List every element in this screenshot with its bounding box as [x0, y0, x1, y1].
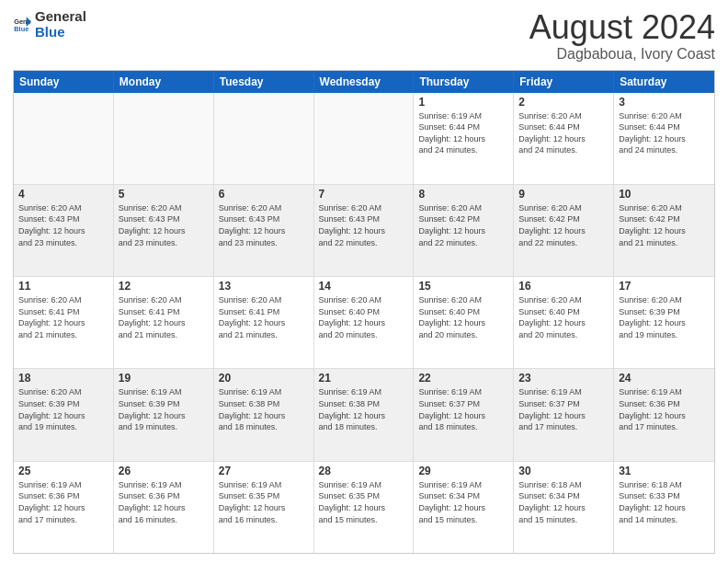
day-info: Sunrise: 6:20 AM Sunset: 6:44 PM Dayligh… [619, 110, 710, 156]
day-info: Sunrise: 6:19 AM Sunset: 6:37 PM Dayligh… [518, 386, 609, 432]
day-info: Sunrise: 6:20 AM Sunset: 6:42 PM Dayligh… [518, 202, 609, 248]
calendar-cell: 12Sunrise: 6:20 AM Sunset: 6:41 PM Dayli… [114, 277, 214, 368]
day-info: Sunrise: 6:20 AM Sunset: 6:42 PM Dayligh… [619, 202, 710, 248]
calendar-header-cell: Monday [114, 71, 214, 93]
day-number: 21 [319, 372, 409, 385]
calendar-header-cell: Thursday [414, 71, 514, 93]
day-info: Sunrise: 6:19 AM Sunset: 6:36 PM Dayligh… [18, 479, 108, 525]
day-number: 16 [518, 280, 609, 293]
main-title: August 2024 [529, 9, 715, 46]
calendar-cell: 30Sunrise: 6:18 AM Sunset: 6:34 PM Dayli… [514, 462, 614, 553]
day-number: 28 [319, 465, 409, 477]
day-info: Sunrise: 6:19 AM Sunset: 6:36 PM Dayligh… [619, 386, 710, 432]
day-info: Sunrise: 6:19 AM Sunset: 6:35 PM Dayligh… [319, 479, 409, 525]
day-number: 8 [418, 188, 508, 201]
day-number: 15 [418, 280, 508, 293]
header: General Blue General Blue August 2024 Da… [13, 9, 715, 63]
day-info: Sunrise: 6:19 AM Sunset: 6:35 PM Dayligh… [219, 479, 309, 525]
calendar-cell [14, 93, 114, 184]
day-number: 9 [518, 188, 609, 201]
calendar-cell: 24Sunrise: 6:19 AM Sunset: 6:36 PM Dayli… [614, 369, 714, 460]
day-info: Sunrise: 6:20 AM Sunset: 6:44 PM Dayligh… [518, 110, 609, 156]
day-info: Sunrise: 6:19 AM Sunset: 6:37 PM Dayligh… [418, 386, 508, 432]
day-info: Sunrise: 6:19 AM Sunset: 6:34 PM Dayligh… [418, 479, 508, 525]
day-info: Sunrise: 6:19 AM Sunset: 6:38 PM Dayligh… [219, 386, 309, 432]
day-info: Sunrise: 6:20 AM Sunset: 6:40 PM Dayligh… [319, 294, 409, 340]
day-number: 1 [418, 96, 508, 109]
day-info: Sunrise: 6:19 AM Sunset: 6:38 PM Dayligh… [319, 386, 409, 432]
day-info: Sunrise: 6:18 AM Sunset: 6:34 PM Dayligh… [518, 479, 609, 525]
calendar-cell: 28Sunrise: 6:19 AM Sunset: 6:35 PM Dayli… [314, 462, 415, 553]
day-number: 24 [619, 372, 710, 385]
calendar-cell: 13Sunrise: 6:20 AM Sunset: 6:41 PM Dayli… [214, 277, 314, 368]
calendar-cell [114, 93, 214, 184]
day-number: 6 [219, 188, 309, 201]
calendar-cell: 7Sunrise: 6:20 AM Sunset: 6:43 PM Daylig… [314, 185, 415, 276]
day-info: Sunrise: 6:20 AM Sunset: 6:43 PM Dayligh… [18, 202, 108, 248]
calendar-week: 25Sunrise: 6:19 AM Sunset: 6:36 PM Dayli… [14, 462, 714, 553]
calendar-cell: 14Sunrise: 6:20 AM Sunset: 6:40 PM Dayli… [314, 277, 415, 368]
day-info: Sunrise: 6:19 AM Sunset: 6:39 PM Dayligh… [119, 386, 209, 432]
calendar-cell [214, 93, 314, 184]
calendar-cell: 8Sunrise: 6:20 AM Sunset: 6:42 PM Daylig… [414, 185, 514, 276]
calendar-cell: 26Sunrise: 6:19 AM Sunset: 6:36 PM Dayli… [114, 462, 214, 553]
day-info: Sunrise: 6:20 AM Sunset: 6:41 PM Dayligh… [18, 294, 108, 340]
logo-icon: General Blue [13, 16, 31, 34]
day-info: Sunrise: 6:20 AM Sunset: 6:41 PM Dayligh… [219, 294, 309, 340]
calendar-cell: 9Sunrise: 6:20 AM Sunset: 6:42 PM Daylig… [514, 185, 614, 276]
calendar-cell: 3Sunrise: 6:20 AM Sunset: 6:44 PM Daylig… [614, 93, 714, 184]
title-block: August 2024 Dagbaboua, Ivory Coast [529, 9, 715, 63]
calendar-week: 11Sunrise: 6:20 AM Sunset: 6:41 PM Dayli… [14, 277, 714, 369]
calendar-cell: 15Sunrise: 6:20 AM Sunset: 6:40 PM Dayli… [414, 277, 514, 368]
day-info: Sunrise: 6:19 AM Sunset: 6:36 PM Dayligh… [119, 479, 209, 525]
calendar-week: 18Sunrise: 6:20 AM Sunset: 6:39 PM Dayli… [14, 369, 714, 461]
day-info: Sunrise: 6:20 AM Sunset: 6:39 PM Dayligh… [18, 386, 108, 432]
calendar-cell: 1Sunrise: 6:19 AM Sunset: 6:44 PM Daylig… [414, 93, 514, 184]
day-number: 12 [119, 280, 209, 293]
calendar-cell: 19Sunrise: 6:19 AM Sunset: 6:39 PM Dayli… [114, 369, 214, 460]
calendar-week: 4Sunrise: 6:20 AM Sunset: 6:43 PM Daylig… [14, 185, 714, 277]
day-info: Sunrise: 6:20 AM Sunset: 6:40 PM Dayligh… [518, 294, 609, 340]
calendar-cell [314, 93, 415, 184]
logo-general: General [35, 9, 86, 25]
day-number: 14 [319, 280, 409, 293]
day-number: 5 [119, 188, 209, 201]
calendar-cell: 4Sunrise: 6:20 AM Sunset: 6:43 PM Daylig… [14, 185, 114, 276]
calendar-header-cell: Wednesday [314, 71, 415, 93]
calendar-cell: 16Sunrise: 6:20 AM Sunset: 6:40 PM Dayli… [514, 277, 614, 368]
day-info: Sunrise: 6:20 AM Sunset: 6:43 PM Dayligh… [219, 202, 309, 248]
calendar-cell: 31Sunrise: 6:18 AM Sunset: 6:33 PM Dayli… [614, 462, 714, 553]
day-number: 10 [619, 188, 710, 201]
calendar-body: 1Sunrise: 6:19 AM Sunset: 6:44 PM Daylig… [14, 93, 714, 553]
day-number: 13 [219, 280, 309, 293]
day-info: Sunrise: 6:19 AM Sunset: 6:44 PM Dayligh… [418, 110, 508, 156]
day-info: Sunrise: 6:20 AM Sunset: 6:41 PM Dayligh… [119, 294, 209, 340]
day-number: 30 [518, 465, 609, 477]
calendar-cell: 2Sunrise: 6:20 AM Sunset: 6:44 PM Daylig… [514, 93, 614, 184]
day-number: 22 [418, 372, 508, 385]
day-number: 27 [219, 465, 309, 477]
day-number: 29 [418, 465, 508, 477]
calendar-cell: 18Sunrise: 6:20 AM Sunset: 6:39 PM Dayli… [14, 369, 114, 460]
calendar-cell: 25Sunrise: 6:19 AM Sunset: 6:36 PM Dayli… [14, 462, 114, 553]
day-number: 26 [119, 465, 209, 477]
calendar-header-cell: Tuesday [214, 71, 314, 93]
page: General Blue General Blue August 2024 Da… [0, 0, 728, 563]
day-info: Sunrise: 6:20 AM Sunset: 6:43 PM Dayligh… [319, 202, 409, 248]
day-number: 17 [619, 280, 710, 293]
day-info: Sunrise: 6:20 AM Sunset: 6:43 PM Dayligh… [119, 202, 209, 248]
day-info: Sunrise: 6:18 AM Sunset: 6:33 PM Dayligh… [619, 479, 710, 525]
day-number: 23 [518, 372, 609, 385]
day-number: 31 [619, 465, 710, 477]
calendar-cell: 11Sunrise: 6:20 AM Sunset: 6:41 PM Dayli… [14, 277, 114, 368]
calendar-cell: 27Sunrise: 6:19 AM Sunset: 6:35 PM Dayli… [214, 462, 314, 553]
calendar: SundayMondayTuesdayWednesdayThursdayFrid… [13, 70, 715, 554]
calendar-cell: 29Sunrise: 6:19 AM Sunset: 6:34 PM Dayli… [414, 462, 514, 553]
day-info: Sunrise: 6:20 AM Sunset: 6:40 PM Dayligh… [418, 294, 508, 340]
day-number: 20 [219, 372, 309, 385]
calendar-cell: 23Sunrise: 6:19 AM Sunset: 6:37 PM Dayli… [514, 369, 614, 460]
calendar-cell: 10Sunrise: 6:20 AM Sunset: 6:42 PM Dayli… [614, 185, 714, 276]
logo-blue: Blue [35, 25, 86, 40]
day-number: 7 [319, 188, 409, 201]
day-info: Sunrise: 6:20 AM Sunset: 6:39 PM Dayligh… [619, 294, 710, 340]
